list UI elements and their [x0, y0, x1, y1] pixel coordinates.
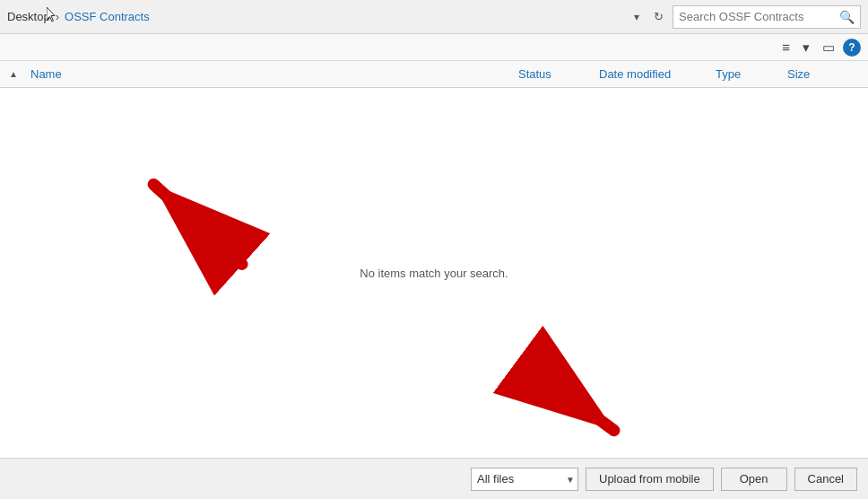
svg-line-2: [153, 184, 242, 264]
path-dropdown-button[interactable]: ▾: [629, 7, 645, 27]
breadcrumb: Desktop › OSSF Contracts: [7, 10, 629, 23]
open-button[interactable]: Open: [721, 468, 787, 491]
bottom-bar: All files Documents Images ▼ Upload from…: [0, 458, 868, 499]
preview-pane-button[interactable]: ▭: [818, 37, 839, 58]
list-view-button[interactable]: ≡: [777, 37, 794, 57]
sort-up-icon: ▲: [9, 69, 18, 79]
breadcrumb-home[interactable]: Desktop: [7, 10, 50, 23]
top-bar-controls: ▾ ↻ 🔍: [629, 5, 861, 29]
breadcrumb-current[interactable]: OSSF Contracts: [65, 10, 150, 23]
cancel-button[interactable]: Cancel: [794, 468, 857, 491]
view-dropdown-button[interactable]: ▾: [798, 37, 814, 58]
search-icon-button[interactable]: 🔍: [839, 10, 855, 24]
main-content-area: No items match your search.: [0, 88, 868, 458]
column-type[interactable]: Type: [716, 67, 787, 81]
upload-from-mobile-button[interactable]: Upload from mobile: [586, 468, 714, 491]
file-type-selector-wrapper: All files Documents Images ▼: [471, 468, 578, 491]
search-input[interactable]: [679, 10, 839, 23]
help-button[interactable]: ?: [843, 39, 861, 57]
column-header-row: ▲ Name Status Date modified Type Size: [0, 61, 868, 88]
sort-indicator: ▲: [0, 69, 27, 79]
column-status[interactable]: Status: [518, 67, 599, 81]
column-size[interactable]: Size: [787, 67, 850, 81]
file-type-select[interactable]: All files Documents Images: [471, 468, 578, 491]
refresh-button[interactable]: ↻: [648, 6, 669, 27]
column-name[interactable]: Name: [27, 67, 518, 81]
svg-line-3: [538, 374, 614, 431]
search-box: 🔍: [673, 5, 861, 29]
top-bar: Desktop › OSSF Contracts ▾ ↻ 🔍: [0, 0, 868, 34]
breadcrumb-separator: ›: [56, 10, 59, 23]
empty-state-message: No items match your search.: [360, 267, 508, 280]
column-date[interactable]: Date modified: [599, 67, 716, 81]
toolbar-row: ≡ ▾ ▭ ?: [0, 34, 868, 61]
